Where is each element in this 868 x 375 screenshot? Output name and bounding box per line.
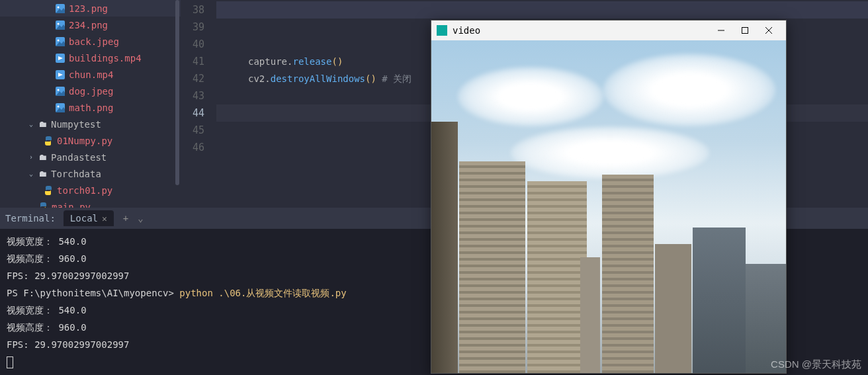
line-gutter: 383940414243444546: [181, 0, 216, 208]
window-title: video: [453, 25, 709, 36]
app-icon: [437, 25, 447, 36]
add-terminal-icon[interactable]: +: [123, 213, 128, 224]
close-icon[interactable]: ✕: [102, 214, 107, 224]
code-line: [216, 1, 868, 19]
tree-item-torch01-py[interactable]: torch01.py: [0, 182, 181, 198]
terminal-tab-local[interactable]: Local ✕: [64, 210, 114, 226]
line-number[interactable]: 41: [181, 53, 204, 70]
img-file-icon: [56, 4, 65, 13]
tree-item-main-py[interactable]: main.py: [0, 198, 181, 208]
img-file-icon: [56, 103, 65, 112]
tree-item-01Numpy-py[interactable]: 01Numpy.py: [0, 132, 181, 149]
file-name: math.png: [69, 103, 113, 113]
img-file-icon: [56, 37, 65, 46]
file-name: 234.png: [69, 20, 108, 30]
file-name: chun.mp4: [69, 69, 113, 80]
file-tree-sidebar: 123.png234.pngback.jpegbuildings.mp4chun…: [0, 0, 181, 208]
tree-item-234-png[interactable]: 234.png: [0, 17, 181, 33]
line-number[interactable]: 46: [181, 139, 204, 156]
svg-point-3: [58, 22, 60, 24]
tree-item-Pandastest[interactable]: ›🖿Pandastest: [0, 149, 181, 165]
minimize-button[interactable]: [709, 21, 733, 40]
svg-point-5: [58, 39, 60, 41]
tree-item-dog-jpeg[interactable]: dog.jpeg: [0, 83, 181, 99]
vid-file-icon: [56, 54, 65, 63]
line-number[interactable]: 40: [181, 36, 204, 53]
tree-item-math-png[interactable]: math.png: [0, 99, 181, 116]
chevron-down-icon[interactable]: ⌄: [26, 120, 36, 128]
maximize-button[interactable]: [733, 21, 757, 40]
svg-rect-13: [742, 28, 748, 34]
line-number[interactable]: 38: [181, 1, 204, 19]
line-number[interactable]: 44: [181, 104, 204, 122]
close-button[interactable]: [757, 21, 781, 40]
terminal-label: Terminal:: [5, 213, 56, 224]
tree-item-back-jpeg[interactable]: back.jpeg: [0, 33, 181, 50]
file-name: back.jpeg: [69, 36, 119, 47]
svg-point-1: [58, 6, 60, 8]
file-name: 01Numpy.py: [57, 136, 112, 146]
chevron-right-icon[interactable]: ›: [26, 153, 36, 161]
tree-item-chun-mp4[interactable]: chun.mp4: [0, 66, 181, 83]
line-number[interactable]: 42: [181, 70, 204, 87]
file-name: 123.png: [69, 3, 108, 14]
file-name: torch01.py: [57, 185, 112, 196]
svg-point-9: [58, 89, 60, 91]
line-number[interactable]: 39: [181, 19, 204, 36]
file-name: main.py: [52, 202, 91, 208]
window-titlebar[interactable]: video: [431, 21, 786, 40]
tree-item-buildings-mp4[interactable]: buildings.mp4: [0, 50, 181, 66]
py-file-icon: [44, 186, 53, 195]
line-number[interactable]: 43: [181, 87, 204, 104]
file-name: dog.jpeg: [69, 86, 113, 97]
sidebar-scrollbar[interactable]: [175, 0, 179, 185]
py-file-icon: [44, 136, 53, 146]
tree-item-Torchdata[interactable]: ⌄🖿Torchdata: [0, 165, 181, 182]
chevron-down-icon[interactable]: ⌄: [138, 213, 143, 224]
chevron-down-icon[interactable]: ⌄: [26, 170, 36, 177]
py-file-icon: [38, 202, 48, 208]
line-number[interactable]: 45: [181, 122, 204, 139]
file-name: Pandastest: [51, 152, 107, 163]
watermark: CSDN @景天科技苑: [771, 358, 861, 371]
tree-item-123-png[interactable]: 123.png: [0, 0, 181, 17]
img-file-icon: [56, 87, 65, 96]
video-frame: [431, 40, 786, 373]
file-name: Torchdata: [51, 169, 101, 179]
tree-item-Numpytest[interactable]: ⌄🖿Numpytest: [0, 116, 181, 132]
video-preview-window[interactable]: video: [431, 20, 787, 374]
img-file-icon: [56, 21, 65, 30]
svg-point-11: [58, 105, 60, 107]
vid-file-icon: [56, 70, 65, 79]
file-name: Numpytest: [51, 119, 101, 130]
file-name: buildings.mp4: [69, 53, 142, 63]
